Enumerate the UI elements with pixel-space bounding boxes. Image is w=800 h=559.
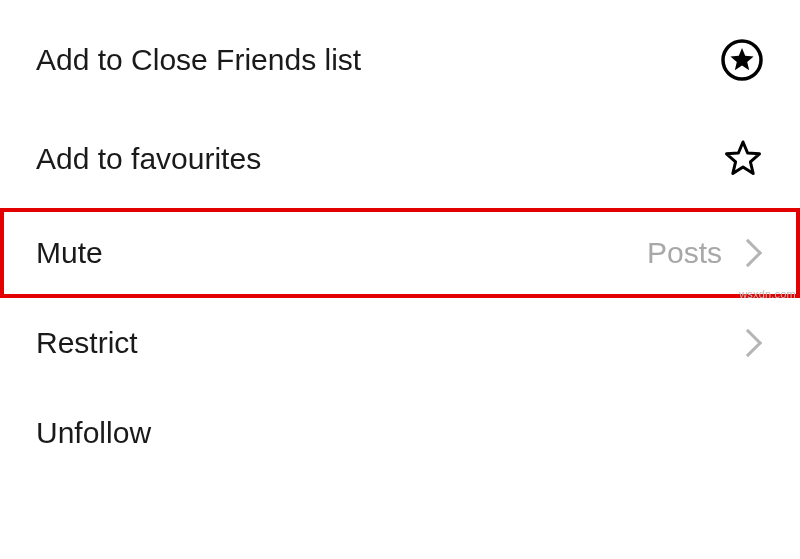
menu-item-accessory	[738, 333, 764, 353]
menu-item-mute[interactable]: Mute Posts	[0, 208, 800, 298]
star-outline-icon	[722, 138, 764, 180]
menu-item-favourites[interactable]: Add to favourites	[0, 110, 800, 208]
menu-item-label: Add to favourites	[36, 142, 722, 176]
menu-item-label: Restrict	[36, 326, 738, 360]
menu-item-label: Mute	[36, 236, 647, 270]
menu-item-label: Add to Close Friends list	[36, 43, 720, 77]
menu-item-restrict[interactable]: Restrict	[0, 298, 800, 388]
chevron-right-icon	[738, 243, 764, 263]
star-circle-filled-icon	[720, 38, 764, 82]
menu-item-accessory	[722, 138, 764, 180]
watermark-text: wsxdn.com	[739, 288, 796, 300]
action-menu-list: Add to Close Friends list Add to favouri…	[0, 0, 800, 478]
menu-item-accessory	[720, 38, 764, 82]
chevron-right-icon	[738, 333, 764, 353]
menu-item-unfollow[interactable]: Unfollow	[0, 388, 800, 478]
menu-item-close-friends[interactable]: Add to Close Friends list	[0, 10, 800, 110]
menu-item-value: Posts	[647, 236, 722, 270]
menu-item-accessory: Posts	[647, 236, 764, 270]
menu-item-label: Unfollow	[36, 416, 764, 450]
